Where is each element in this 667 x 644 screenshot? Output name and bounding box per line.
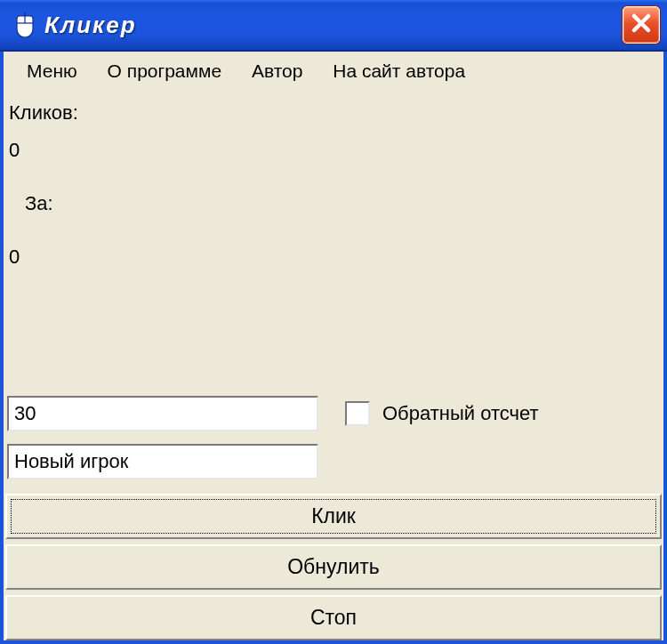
duration-input[interactable] [7,396,318,431]
close-icon [631,12,652,38]
clicks-value: 0 [9,135,660,165]
window-frame: Меню О программе Автор На сайт автора Кл… [0,52,667,644]
time-label: За: [9,189,660,219]
reset-button[interactable]: Обнулить [5,544,662,590]
clicks-label: Кликов: [9,98,660,128]
player-name-input[interactable] [7,444,318,479]
menu-item-about[interactable]: О программе [95,59,234,84]
stop-button[interactable]: Стоп [5,595,662,640]
action-buttons: Клик Обнулить Стоп [5,488,662,640]
title-bar: Кликер [0,0,667,52]
menu-item-author[interactable]: Автор [239,59,315,84]
close-button[interactable] [623,6,660,44]
time-value: 0 [9,242,660,272]
menu-bar: Меню О программе Автор На сайт автора [4,52,663,91]
countdown-checkbox[interactable] [345,401,370,426]
click-button[interactable]: Клик [5,494,662,539]
menu-item-site[interactable]: На сайт автора [320,59,478,84]
mouse-icon [14,12,36,37]
window-title: Кликер [44,12,623,39]
menu-item-menu[interactable]: Меню [14,59,90,84]
countdown-label: Обратный отсчет [382,402,539,425]
client-area: Кликов: 0 За: 0 Обратный отсчет Клик Обн… [4,91,663,640]
stats-block: Кликов: 0 За: 0 [7,98,660,279]
